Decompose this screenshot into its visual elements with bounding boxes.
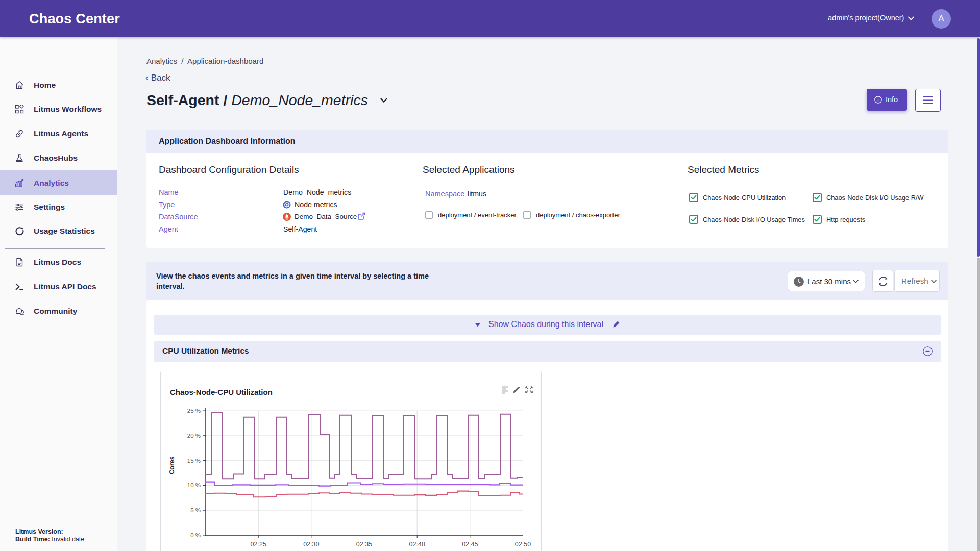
svg-text:20 %: 20 % <box>187 433 201 439</box>
svg-text:5 %: 5 % <box>190 507 201 513</box>
svg-text:10 %: 10 % <box>187 482 201 488</box>
svg-text:02:50: 02:50 <box>515 541 531 548</box>
svg-text:02:35: 02:35 <box>356 541 372 548</box>
svg-text:02:40: 02:40 <box>409 541 425 548</box>
svg-text:02:25: 02:25 <box>251 541 266 548</box>
svg-text:02:45: 02:45 <box>462 541 478 548</box>
svg-text:15 %: 15 % <box>187 458 201 464</box>
svg-text:25 %: 25 % <box>187 408 201 414</box>
svg-text:Cores: Cores <box>168 456 176 474</box>
svg-text:0 %: 0 % <box>190 532 201 538</box>
svg-text:02:30: 02:30 <box>303 541 319 548</box>
